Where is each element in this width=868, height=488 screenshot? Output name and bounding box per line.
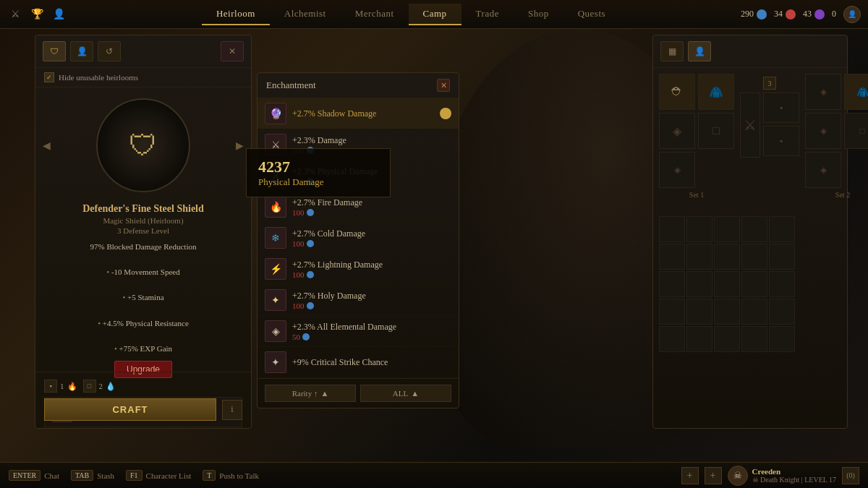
currency-gem2: 43 [803,9,825,20]
currency-gold: 290 [741,9,767,20]
material-1: ▪ 1 🔥 [44,380,77,393]
inv-cell-7[interactable] [686,244,712,270]
set2-slot-2[interactable]: ◈ [805,113,841,149]
inv-cell-3[interactable] [714,216,740,242]
item-prev-arrow[interactable]: ◀ [43,140,51,152]
item-type: Magic Shield (Heirloom) [47,216,239,225]
nav-icon-sword[interactable]: ⚔ [7,7,23,22]
inv-cell-24[interactable] [741,326,767,352]
nav-icon-person[interactable]: 👤 [51,7,67,22]
action-plus-2[interactable]: + [705,467,722,484]
enchant-icon-8: ✦ [265,351,286,373]
enchant-row-0[interactable]: 🔮 +2.7% Shadow Damage [258,98,459,129]
inv-cell-8[interactable] [714,244,740,270]
inv-cell-16[interactable] [659,299,685,325]
right-tab-icon-2[interactable]: 👤 [688,41,711,61]
enchant-row-8[interactable]: ✦ +9% Critical Strike Chance [258,347,459,378]
material-1-count: 1 [60,382,64,390]
cost-value-5: 100 [292,270,305,279]
weapon-slot-3[interactable]: ▪ [763,126,799,156]
inv-cell-21[interactable] [659,326,685,352]
tab-icon-shield[interactable]: 🛡 [43,41,66,61]
cost-value-7: 50 [292,333,300,341]
tab-icon-close[interactable]: ✕ [221,41,244,61]
enchant-icon-0: 🔮 [265,103,286,124]
inv-cell-12[interactable] [686,271,712,297]
tab-trade[interactable]: Trade [461,4,514,25]
inv-cell-15[interactable] [769,271,795,297]
check-icon: ✓ [46,74,52,81]
info-button[interactable]: i [222,400,242,420]
inv-cell-6[interactable] [659,244,685,270]
tab-heirloom[interactable]: Heirloom [202,4,270,25]
enchant-row-7[interactable]: ◈ +2.3% All Elemental Damage 50 [258,316,459,347]
inv-cell-5[interactable] [769,216,795,242]
tab-shop[interactable]: Shop [514,4,563,25]
inv-cell-18[interactable] [714,299,740,325]
set2-slot-3[interactable]: ◈ [805,152,841,188]
boots-slot[interactable]: □ [698,113,734,149]
enchant-icon-4: ❄ [265,227,286,249]
trinket-slot-1[interactable]: ◈ [659,113,695,149]
inv-cell-22[interactable] [686,326,712,352]
helmet-slot[interactable]: ⛑ [659,74,695,110]
inv-cell-4[interactable] [741,216,767,242]
hide-unusable-checkbox[interactable]: ✓ [44,72,54,82]
inv-cell-2[interactable] [686,216,712,242]
trinket-slot-2[interactable]: ◈ [659,152,695,188]
hotkey-tab: TAB Stash [71,470,114,481]
inv-cell-25[interactable] [769,326,795,352]
right-tab-icon-1[interactable]: ▦ [660,41,684,61]
inv-cell-9[interactable] [741,244,767,270]
inv-cell-10[interactable] [769,244,795,270]
inv-cell-23[interactable] [714,326,740,352]
set2-chest-slot[interactable]: 🧥 [844,74,868,110]
sort-button[interactable]: Rarity ↑ ▲ [265,385,356,402]
enchant-row-5[interactable]: ⚡ +2.7% Lightning Damage 100 [258,254,459,285]
enchant-name-7: +2.3% All Elemental Damage [292,322,451,333]
enchant-row-6[interactable]: ✦ +2.7% Holy Damage 100 [258,285,459,316]
item-name: Defender's Fine Steel Shield [47,203,239,215]
modal-close-button[interactable]: ✕ [437,79,450,92]
inv-cell-11[interactable] [659,271,685,297]
filter-label: ALL [393,389,408,398]
item-next-arrow[interactable]: ▶ [236,140,244,152]
craft-button[interactable]: CRAFT [44,398,216,421]
set2-slot-1[interactable]: ◈ [805,74,841,110]
tab-merchant[interactable]: Merchant [341,4,409,25]
enchant-content-3: +2.7% Fire Damage 100 [292,197,451,217]
chest-slot[interactable]: 🧥 [698,74,734,110]
inv-cell-17[interactable] [686,299,712,325]
set2-boots-slot[interactable]: □ [844,113,868,149]
damage-popup: 4237 Physical Damage [246,148,391,197]
inv-cell-1[interactable] [659,216,685,242]
inv-cell-20[interactable] [769,299,795,325]
gem-blue-icon [757,9,767,20]
t-badge: T [203,470,216,481]
modal-title: Enchantment [266,80,316,91]
player-name: Creeden [752,467,836,476]
cost-value-4: 100 [292,239,305,248]
enchant-row-4[interactable]: ❄ +2.7% Cold Damage 100 [258,223,459,254]
item-display: ◀ 🛡 ▶ [35,87,251,203]
weapon-slot-1[interactable]: ⚔ [740,93,760,158]
action-plus-1[interactable]: + [681,467,699,484]
party-icon[interactable]: (0) [842,467,859,484]
craft-materials: ▪ 1 🔥 □ 2 💧 [44,380,242,393]
filter-button[interactable]: ALL ▲ [360,385,451,402]
inv-cell-14[interactable] [741,271,767,297]
inv-cell-13[interactable] [714,271,740,297]
tab-quests[interactable]: Quests [563,4,620,25]
player-avatar-nav[interactable]: 👤 [843,6,861,23]
nav-icon-trophy[interactable]: 🏆 [29,7,45,22]
enchant-name-8: +9% Critical Strike Chance [292,357,451,368]
inv-cell-19[interactable] [741,299,767,325]
tab-icon-person[interactable]: 👤 [70,41,93,61]
weapon-slot-2[interactable]: ▪ [763,93,799,123]
tab-icon-scroll[interactable]: ↺ [98,41,121,61]
gem-red-icon [786,9,796,20]
hotkey-t: T Push to Talk [203,470,259,481]
tab-camp[interactable]: Camp [409,4,461,25]
tab-alchemist[interactable]: Alchemist [270,4,341,25]
enchant-name-0: +2.7% Shadow Damage [292,108,434,119]
